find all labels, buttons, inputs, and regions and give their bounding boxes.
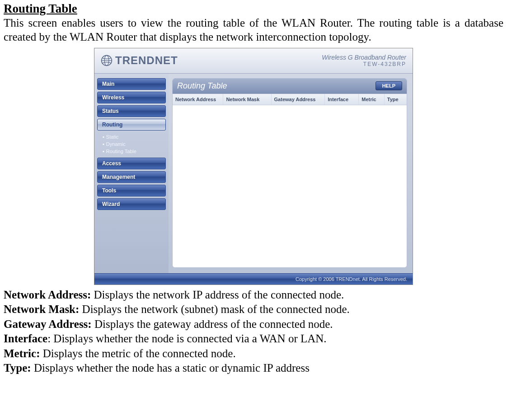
panel-title: Routing Table [177,81,227,91]
def-network-mask: Network Mask: Displays the network (subn… [4,302,503,317]
routing-table-panel: Routing Table HELP Network Address Netwo… [172,78,407,268]
main-panel-area: Routing Table HELP Network Address Netwo… [169,74,413,273]
def-network-address: Network Address: Displays the network IP… [4,288,503,303]
col-network-address: Network Address [173,94,223,105]
col-network-mask: Network Mask [223,94,271,105]
router-footer: Copyright © 2006 TRENDnet. All Rights Re… [94,273,413,285]
product-line: Wireless G Broadband Router [322,54,406,61]
intro-paragraph: This screen enables users to view the ro… [4,16,503,44]
subnav-routing-table[interactable]: •Routing Table [103,148,166,155]
product-name: Wireless G Broadband Router TEW-432BRP [322,54,406,67]
section-title: Routing Table [4,2,503,16]
router-header: TRENDNET Wireless G Broadband Router TEW… [94,48,413,74]
subnav-dynamic[interactable]: •Dynamic [103,140,166,148]
nav-access[interactable]: Access [97,158,166,169]
brand-logo: TRENDNET [101,54,178,67]
col-type: Type [385,94,407,105]
help-button[interactable]: HELP [376,81,402,90]
router-admin-screenshot: TRENDNET Wireless G Broadband Router TEW… [94,48,413,285]
product-model: TEW-432BRP [322,61,406,67]
def-metric: Metric: Displays the metric of the conne… [4,346,503,361]
nav-wizard[interactable]: Wizard [97,198,166,210]
sidebar-nav: Main Wireless Status Routing •Static •Dy… [94,74,169,273]
def-type: Type: Displays whether the node has a st… [4,361,503,376]
panel-header: Routing Table HELP [173,79,407,94]
nav-wireless[interactable]: Wireless [97,92,166,103]
def-gateway-address: Gateway Address: Displays the gateway ad… [4,317,503,332]
nav-routing[interactable]: Routing [97,119,166,131]
nav-tools[interactable]: Tools [97,185,166,196]
subnav-static[interactable]: •Static [103,133,166,140]
col-metric: Metric [359,94,384,105]
col-gateway-address: Gateway Address [272,94,325,105]
col-interface: Interface [325,94,359,105]
def-interface: Interface: Displays whether the node is … [4,331,503,346]
brand-text: TRENDNET [115,54,178,67]
globe-icon [101,55,113,66]
field-definitions: Network Address: Displays the network IP… [4,288,503,376]
table-header-row: Network Address Network Mask Gateway Add… [173,94,407,105]
nav-management[interactable]: Management [97,171,166,183]
nav-main[interactable]: Main [97,78,166,90]
nav-status[interactable]: Status [97,105,166,117]
nav-routing-submenu: •Static •Dynamic •Routing Table [97,132,166,158]
router-body: Main Wireless Status Routing •Static •Dy… [94,74,413,273]
